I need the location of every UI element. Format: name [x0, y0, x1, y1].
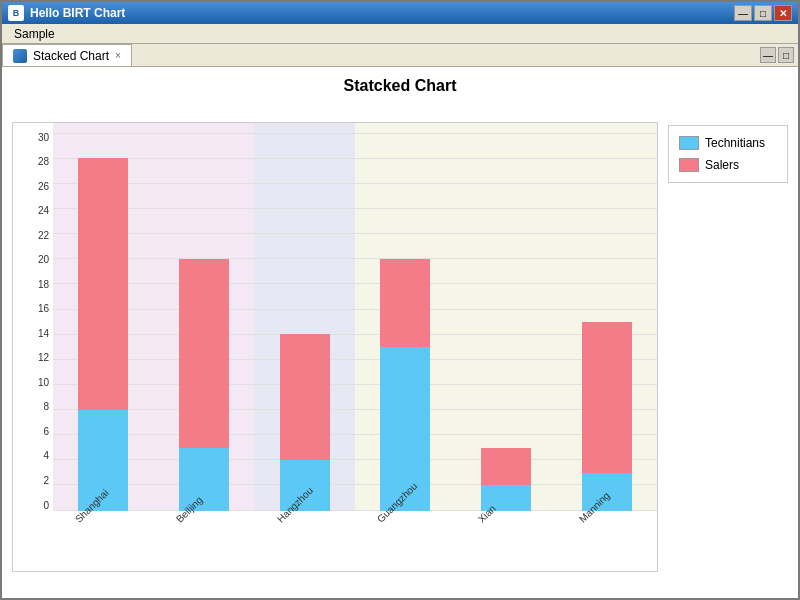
y-axis-label: 10	[38, 378, 49, 388]
y-axis-label: 14	[38, 329, 49, 339]
tab-stacked-chart[interactable]: Stacked Chart ×	[2, 44, 132, 66]
bar-group	[456, 133, 557, 511]
close-button[interactable]: ✕	[774, 5, 792, 21]
bar-group	[154, 133, 255, 511]
y-axis-label: 30	[38, 133, 49, 143]
x-axis: ShanghaiBeiljingHangzhouGuangzhouXianMan…	[53, 511, 657, 571]
minimize-button[interactable]: —	[734, 5, 752, 21]
legend-item: Technitians	[679, 136, 777, 150]
window-title: Hello BIRT Chart	[30, 6, 728, 20]
y-axis-label: 8	[43, 402, 49, 412]
y-axis-label: 16	[38, 304, 49, 314]
chart-area: 024681012141618202224262830 ShanghaiBeil…	[12, 122, 658, 572]
legend-color-box	[679, 136, 699, 150]
legend-label: Salers	[705, 158, 739, 172]
main-window: B Hello BIRT Chart — □ ✕ Sample Stacked …	[0, 0, 800, 600]
bar-stack	[380, 259, 430, 511]
y-axis: 024681012141618202224262830	[13, 133, 53, 511]
bar-group	[53, 133, 154, 511]
bar-group	[556, 133, 657, 511]
bar-segment-salers	[179, 259, 229, 448]
menu-bar: Sample	[2, 24, 798, 44]
window-icon: B	[8, 5, 24, 21]
bar-group	[355, 133, 456, 511]
tab-restore-button[interactable]: □	[778, 47, 794, 63]
legend: TechnitiansSalers	[668, 125, 788, 183]
y-axis-label: 12	[38, 353, 49, 363]
tab-close-button[interactable]: ×	[115, 50, 121, 61]
bar-segment-salers	[280, 334, 330, 460]
y-axis-label: 22	[38, 231, 49, 241]
tab-icon	[13, 49, 27, 63]
legend-color-box	[679, 158, 699, 172]
window-controls: — □ ✕	[734, 5, 792, 21]
chart-title: Statcked Chart	[344, 77, 457, 95]
bar-segment-salers	[380, 259, 430, 347]
content-area: Statcked Chart 0246810121416182022242628…	[2, 67, 798, 598]
y-axis-label: 2	[43, 476, 49, 486]
menu-item-sample[interactable]: Sample	[8, 25, 61, 43]
tab-minimize-button[interactable]: —	[760, 47, 776, 63]
bar-stack	[179, 259, 229, 511]
y-axis-label: 6	[43, 427, 49, 437]
tab-label: Stacked Chart	[33, 49, 109, 63]
bar-segment-salers	[582, 322, 632, 473]
y-axis-label: 24	[38, 206, 49, 216]
bar-stack	[78, 158, 128, 511]
legend-item: Salers	[679, 158, 777, 172]
y-axis-label: 4	[43, 451, 49, 461]
title-bar: B Hello BIRT Chart — □ ✕	[2, 2, 798, 24]
y-axis-label: 28	[38, 157, 49, 167]
chart-wrapper: 024681012141618202224262830 ShanghaiBeil…	[12, 105, 788, 588]
y-axis-label: 26	[38, 182, 49, 192]
maximize-button[interactable]: □	[754, 5, 772, 21]
y-axis-label: 20	[38, 255, 49, 265]
bar-segment-salers	[78, 158, 128, 410]
tab-bar: Stacked Chart × — □	[2, 44, 798, 67]
y-axis-label: 0	[43, 501, 49, 511]
chart-plot	[53, 133, 657, 511]
legend-label: Technitians	[705, 136, 765, 150]
bar-group	[254, 133, 355, 511]
y-axis-label: 18	[38, 280, 49, 290]
